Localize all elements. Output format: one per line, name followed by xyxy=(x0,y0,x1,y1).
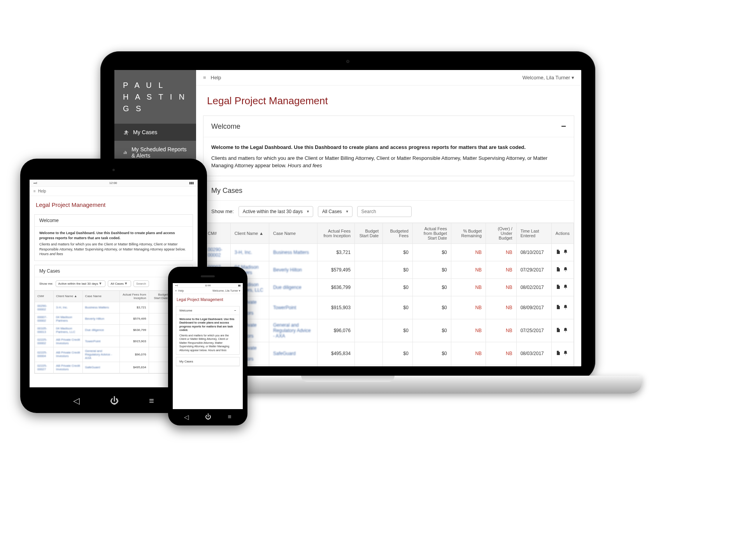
page-title: Legal Project Management xyxy=(30,196,198,210)
running-icon xyxy=(123,129,129,135)
document-icon[interactable] xyxy=(556,267,561,272)
user-menu[interactable]: Welcome, Lila Turner ▾ xyxy=(523,75,574,80)
col-client[interactable]: Client Name ▲ xyxy=(230,223,269,243)
document-icon[interactable] xyxy=(556,304,561,310)
case-link[interactable]: General and Regulatory Advice - AXA xyxy=(273,322,311,339)
table-row: 00105-0001304 Madison Partners, LLCDue d… xyxy=(204,278,574,296)
document-icon[interactable] xyxy=(556,350,561,355)
bell-icon[interactable] xyxy=(563,249,568,254)
device-nav: ◁⏻≡ xyxy=(168,413,247,421)
case-link[interactable]: Beverly Hilton xyxy=(273,267,302,273)
menu-icon[interactable]: ≡ xyxy=(33,189,36,193)
table-row: 02225-00027AB Private Credit InvestorsSa… xyxy=(204,342,574,365)
welcome-panel: Welcome − Welcome to the Legal Dashboard… xyxy=(203,116,574,176)
sidebar-item-label: My Cases xyxy=(133,129,157,135)
table-row: 02225-00028AB Private Credit InvestorsKB… xyxy=(204,365,574,366)
bell-icon[interactable] xyxy=(563,267,568,272)
col-cm[interactable]: CM# xyxy=(204,223,231,243)
sidebar-item-my-cases[interactable]: My Cases xyxy=(114,124,196,141)
col-bstart[interactable]: Budget Start Date xyxy=(355,223,383,243)
col-tle[interactable]: Time Last Entered xyxy=(516,223,551,243)
cases-panel-title: My Cases xyxy=(211,187,242,195)
table-row: 02225-00002AB Private Credit InvestorsTo… xyxy=(204,296,574,319)
recent-icon: ≡ xyxy=(149,396,154,406)
case-link[interactable]: Business Matters xyxy=(273,250,309,255)
status-bar: ••ıl12:00▮▮ xyxy=(173,283,243,288)
bell-icon[interactable] xyxy=(563,284,568,289)
cases-table: CM# Client Name ▲ Case Name Actual Fees … xyxy=(203,223,574,367)
welcome-bold: Welcome to the Legal Dashboard. Use this… xyxy=(211,144,526,150)
main-content: ≡ Help Welcome, Lila Turner ▾ Legal Proj… xyxy=(196,70,581,366)
filter-cases[interactable]: All Cases xyxy=(318,206,352,217)
filter-activity[interactable]: Active within the last 30 days xyxy=(56,280,106,287)
filter-cases[interactable]: All Cases xyxy=(108,280,131,287)
brand-logo: P A U L H A S T I N G S xyxy=(114,70,196,124)
document-icon[interactable] xyxy=(556,249,561,254)
case-link[interactable]: TowerPoint xyxy=(273,305,296,310)
home-icon: ⏻ xyxy=(110,396,119,406)
case-link[interactable]: Due diligence xyxy=(273,285,302,290)
search-input[interactable] xyxy=(357,206,412,217)
search-input[interactable] xyxy=(133,280,149,287)
col-afbsd[interactable]: Actual Fees from Budget Start Date xyxy=(412,223,451,243)
status-bar: ••ıl12:00▮▮▮ xyxy=(30,180,198,187)
client-link[interactable]: 3-H, Inc. xyxy=(235,250,252,255)
col-case[interactable]: Case Name xyxy=(269,223,317,243)
menu-icon[interactable]: ≡ xyxy=(203,75,206,80)
menu-icon[interactable]: ≡ xyxy=(175,289,177,292)
table-row: 00290-000023-H, Inc.Business Matters$3,7… xyxy=(204,243,574,261)
chart-icon xyxy=(123,149,128,156)
col-pbr[interactable]: % Budget Remaining xyxy=(451,223,486,243)
col-actions[interactable]: Actions xyxy=(551,223,573,243)
sidebar-item-label: My Scheduled Reports & Alerts xyxy=(132,146,188,159)
col-bfees[interactable]: Budgeted Fees xyxy=(383,223,413,243)
welcome-panel-title: Welcome xyxy=(211,122,240,131)
back-icon: ◁ xyxy=(73,396,80,406)
phone-frame: ••ıl12:00▮▮ ≡ Help Welcome, Lila Turner … xyxy=(168,267,247,425)
welcome-italic: Hours and fees xyxy=(288,163,322,168)
col-oub[interactable]: (Over) / Under Budget xyxy=(486,223,517,243)
topbar: ≡ Help Welcome, Lila Turner ▾ xyxy=(196,70,581,86)
case-link[interactable]: SafeGuard xyxy=(273,351,296,356)
collapse-icon[interactable]: − xyxy=(561,121,566,131)
show-me-label: Show me: xyxy=(211,208,234,214)
table-row: 00007-0000204 Madison PartnersBeverly Hi… xyxy=(204,261,574,278)
cm-link[interactable]: 00290-00002 xyxy=(208,247,222,258)
bell-icon[interactable] xyxy=(563,327,568,332)
page-title: Legal Project Management xyxy=(173,294,243,304)
page-title: Legal Project Management xyxy=(196,86,581,111)
help-link[interactable]: Help xyxy=(38,189,46,193)
document-icon[interactable] xyxy=(556,284,561,289)
user-menu[interactable]: Welcome, Lila Turner ▾ xyxy=(212,289,240,292)
bell-icon[interactable] xyxy=(563,304,568,310)
cases-panel: My Cases Show me: Active within the last… xyxy=(203,181,574,367)
collapse-icon[interactable]: − xyxy=(234,309,236,312)
help-link[interactable]: Help xyxy=(211,75,221,80)
col-actual[interactable]: Actual Fees from Inception xyxy=(317,223,354,243)
filter-activity[interactable]: Active within the last 30 days xyxy=(238,206,313,217)
bell-icon[interactable] xyxy=(563,350,568,355)
document-icon[interactable] xyxy=(556,327,561,332)
welcome-panel-title: Welcome xyxy=(35,215,193,227)
welcome-body: Clients and matters for which you are th… xyxy=(211,155,547,169)
table-row: 02225-00004AB Private Credit InvestorsGe… xyxy=(204,319,574,342)
